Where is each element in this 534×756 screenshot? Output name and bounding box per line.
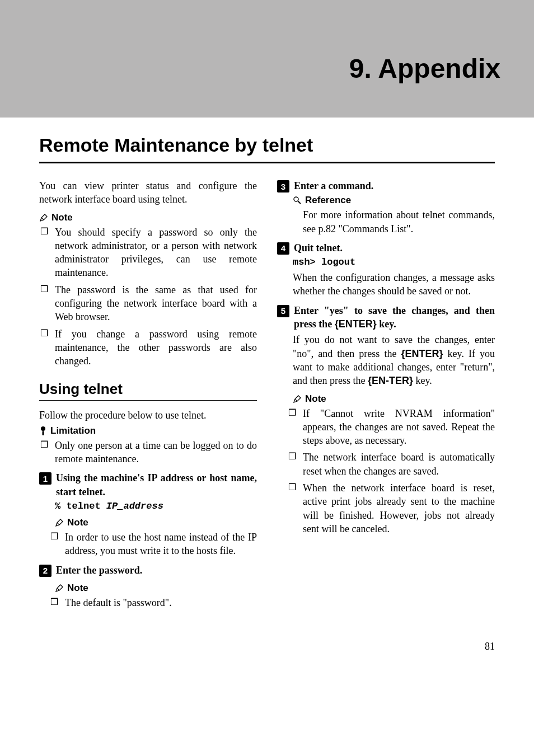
step-3: 3 Enter a command. (277, 179, 495, 192)
step5-note-list: If "Cannot write NVRAM information" appe… (277, 407, 495, 536)
limitation-item: Only one person at a time can be logged … (39, 439, 257, 466)
note-heading-step5: Note (277, 393, 495, 405)
step-4-code: msh> logout (277, 257, 495, 267)
chapter-title: 9. Appendix (349, 53, 500, 84)
note-item: If you change a password using remote ma… (39, 327, 257, 368)
limitation-icon (39, 426, 47, 436)
right-column: 3 Enter a command. Reference For more in… (277, 179, 495, 613)
note-icon (39, 213, 48, 222)
reference-label-text: Reference (305, 195, 351, 206)
subsection-intro: Follow the procedure below to use telnet… (39, 408, 257, 422)
page-number: 81 (0, 635, 534, 669)
note-item: In order to use the host name instead of… (39, 530, 257, 558)
reference-icon (293, 196, 302, 205)
note-item: You should specify a password so only th… (39, 226, 257, 280)
note-label-text: Note (51, 212, 73, 223)
intro-text: You can view printer status and configur… (39, 179, 257, 206)
note-label-text: Note (67, 583, 88, 594)
step-4: 4 Quit telnet. (277, 241, 495, 255)
note-heading-step2: Note (39, 583, 257, 594)
note-item: The password is the same as that used fo… (39, 283, 257, 324)
note-item: The network interface board is automatic… (277, 450, 495, 478)
svg-rect-1 (43, 431, 44, 435)
limitation-heading: Limitation (39, 425, 257, 436)
step5-post: key. (377, 318, 396, 330)
step-2: 2 Enter the password. (39, 564, 257, 577)
svg-point-2 (294, 197, 298, 201)
enter-key: {ENTER} (401, 348, 443, 359)
enter-key: {ENTER} (335, 318, 377, 330)
note-icon (55, 584, 64, 593)
step-5: 5 Enter "yes" to save the changes, and t… (277, 304, 495, 331)
reference-body: For more information about telnet comman… (277, 208, 495, 236)
step-number-icon: 3 (277, 180, 289, 192)
step-number-icon: 4 (277, 242, 289, 255)
note-heading-step1: Note (39, 517, 257, 528)
step-1-code: % telnet IP_address (39, 501, 257, 511)
step-5-text: Enter "yes" to save the changes, and the… (294, 304, 495, 331)
section-rule (39, 162, 495, 163)
left-column: You can view printer status and configur… (39, 179, 257, 613)
reference-heading: Reference (277, 195, 495, 206)
header-band: 9. Appendix (0, 0, 534, 118)
section-title: Remote Maintenance by telnet (39, 134, 495, 156)
step-4-text: Quit telnet. (294, 241, 495, 255)
step-4-follow: When the configuration changes, a messag… (277, 271, 495, 298)
limitation-list: Only one person at a time can be logged … (39, 439, 257, 466)
note-heading: Note (39, 212, 257, 223)
step-5-follow: If you do not want to save the changes, … (277, 333, 495, 387)
note-label-text: Note (305, 393, 326, 405)
top-note-list: You should specify a password so only th… (39, 226, 257, 368)
subsection-title: Using telnet (39, 381, 257, 398)
code-prefix: % telnet (55, 501, 106, 511)
note-icon (293, 395, 302, 403)
svg-line-3 (298, 201, 301, 204)
step-number-icon: 2 (39, 565, 51, 577)
subsection-rule (39, 400, 257, 401)
step-number-icon: 1 (39, 472, 51, 485)
step5-follow-end: key. (413, 375, 432, 386)
step-1-text: Using the machine's IP address or host n… (56, 471, 257, 499)
step-number-icon: 5 (277, 305, 289, 317)
step-3-text: Enter a command. (294, 179, 495, 192)
note-icon (55, 518, 64, 527)
limitation-label-text: Limitation (50, 425, 96, 436)
note-item: When the network interface board is rese… (277, 481, 495, 536)
note-label-text: Note (67, 517, 88, 528)
note-item: The default is "password". (39, 596, 257, 609)
enter-key: {EN-TER} (368, 375, 413, 386)
svg-point-0 (41, 426, 45, 431)
step-2-text: Enter the password. (56, 564, 257, 577)
code-arg: IP_address (106, 501, 163, 511)
step2-note-list: The default is "password". (39, 596, 257, 609)
note-item: If "Cannot write NVRAM information" appe… (277, 407, 495, 448)
step-1: 1 Using the machine's IP address or host… (39, 471, 257, 499)
step1-note-list: In order to use the host name instead of… (39, 530, 257, 558)
